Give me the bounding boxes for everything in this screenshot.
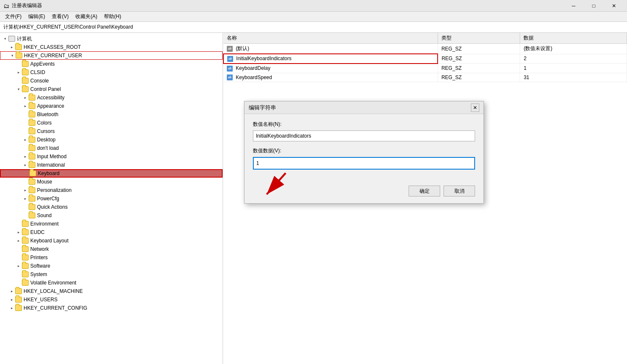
- expand-powercfg[interactable]: [22, 195, 29, 202]
- menu-edit[interactable]: 编辑(E): [25, 12, 48, 21]
- folder-icon-bluetooth: [29, 112, 35, 117]
- tree-item-appevents[interactable]: AppEvents: [0, 60, 223, 68]
- tree-item-hkcr[interactable]: HKEY_CLASSES_ROOT: [0, 43, 223, 51]
- tree-item-clsid[interactable]: CLSID: [0, 68, 223, 77]
- expand-eudc[interactable]: [15, 229, 22, 236]
- tree-item-console[interactable]: Console: [0, 77, 223, 85]
- tree-item-sound[interactable]: Sound: [0, 211, 223, 220]
- dialog-close-button[interactable]: ✕: [471, 104, 479, 112]
- tree-item-computer[interactable]: 计算机: [0, 35, 223, 43]
- tree-panel[interactable]: 计算机 HKEY_CLASSES_ROOT HKEY_CURRENT_USER …: [0, 33, 223, 364]
- expand-hkcr[interactable]: [8, 44, 15, 50]
- reg-type-icon: ab: [227, 56, 233, 62]
- tree-label-inputmethod: Input Method: [37, 154, 66, 159]
- row-name: ab KeyboardDelay: [223, 64, 438, 73]
- tree-item-cursors[interactable]: Cursors: [0, 127, 223, 136]
- folder-icon-hkcu: [16, 53, 22, 58]
- menu-file[interactable]: 文件(F): [2, 12, 25, 21]
- expand-clsid[interactable]: [15, 69, 22, 76]
- tree-item-hku[interactable]: HKEY_USERS: [0, 295, 223, 304]
- title-bar: 🗂 注册表编辑器 ─ □ ✕: [0, 0, 627, 12]
- expand-keyboardlayout[interactable]: [15, 237, 22, 244]
- tree-item-dontload[interactable]: don't load: [0, 144, 223, 152]
- tree-item-desktop[interactable]: Desktop: [0, 136, 223, 144]
- tree-label-system: System: [30, 271, 47, 277]
- row-data: 31: [520, 73, 627, 82]
- expand-controlpanel[interactable]: [15, 86, 22, 93]
- menu-favorites[interactable]: 收藏夹(A): [72, 12, 101, 21]
- tree-label-accessibility: Accessibility: [37, 95, 64, 101]
- tree-item-appearance[interactable]: Appearance: [0, 102, 223, 110]
- tree-item-environment[interactable]: Environment: [0, 220, 223, 228]
- folder-icon-personalization: [29, 187, 35, 193]
- tree-label-volatileenv: Volatile Environment: [30, 280, 76, 286]
- tree-item-colors[interactable]: Colors: [0, 119, 223, 127]
- col-type: 类型: [438, 33, 520, 44]
- folder-icon-inputmethod: [29, 154, 35, 159]
- tree-label-hklm: HKEY_LOCAL_MACHINE: [24, 288, 83, 294]
- tree-label-hkcu: HKEY_CURRENT_USER: [24, 53, 82, 58]
- data-label: 数值数据(V):: [253, 147, 475, 154]
- row-type: REG_SZ: [438, 73, 520, 82]
- tree-item-mouse[interactable]: Mouse: [0, 178, 223, 186]
- cancel-button[interactable]: 取消: [444, 186, 475, 197]
- tree-item-quickactions[interactable]: Quick Actions: [0, 203, 223, 211]
- tree-item-hklm[interactable]: HKEY_LOCAL_MACHINE: [0, 287, 223, 295]
- folder-icon-software: [22, 263, 29, 269]
- table-row[interactable]: ab KeyboardSpeed REG_SZ 31: [223, 73, 627, 82]
- address-path: 计算机\HKEY_CURRENT_USER\Control Panel\Keyb…: [3, 24, 133, 31]
- tree-label-hkcc: HKEY_CURRENT_CONFIG: [24, 305, 87, 311]
- expand-accessibility[interactable]: [22, 94, 29, 101]
- reg-type-icon: ab: [227, 46, 233, 52]
- dialog-title: 编辑字符串: [249, 104, 471, 112]
- tree-label-hku: HKEY_USERS: [24, 297, 58, 303]
- tree-item-keyboard[interactable]: Keyboard: [0, 169, 223, 178]
- tree-label-personalization: Personalization: [37, 187, 72, 193]
- expand-computer[interactable]: [2, 35, 8, 42]
- tree-item-software[interactable]: Software: [0, 262, 223, 270]
- table-row[interactable]: ab InitialKeyboardIndicators REG_SZ 2: [223, 54, 627, 64]
- menu-help[interactable]: 帮助(H): [101, 12, 125, 21]
- app-icon: 🗂: [3, 3, 9, 9]
- expand-desktop[interactable]: [22, 136, 29, 143]
- maximize-button[interactable]: □: [584, 1, 603, 11]
- menu-view[interactable]: 查看(V): [48, 12, 72, 21]
- tree-item-powercfg[interactable]: PowerCfg: [0, 194, 223, 203]
- window-title: 注册表编辑器: [12, 2, 42, 9]
- expand-hkcc[interactable]: [8, 305, 15, 311]
- name-input[interactable]: [253, 130, 475, 141]
- tree-item-bluetooth[interactable]: Bluetooth: [0, 110, 223, 119]
- expand-personalization[interactable]: [22, 187, 29, 194]
- expand-international[interactable]: [22, 162, 29, 168]
- tree-item-volatileenv[interactable]: Volatile Environment: [0, 279, 223, 287]
- tree-label-appearance: Appearance: [37, 103, 64, 109]
- ok-button[interactable]: 确定: [409, 186, 440, 197]
- folder-icon-volatileenv: [22, 280, 29, 286]
- expand-hku[interactable]: [8, 296, 15, 303]
- expand-inputmethod[interactable]: [22, 153, 29, 160]
- data-input[interactable]: [253, 157, 475, 170]
- tree-item-eudc[interactable]: EUDC: [0, 228, 223, 236]
- tree-item-printers[interactable]: Printers: [0, 253, 223, 262]
- minimize-button[interactable]: ─: [564, 1, 583, 11]
- folder-icon-network: [22, 246, 29, 252]
- expand-hkcu[interactable]: [9, 52, 16, 59]
- tree-label-quickactions: Quick Actions: [37, 204, 68, 210]
- expand-software[interactable]: [15, 263, 22, 269]
- tree-item-hkcu[interactable]: HKEY_CURRENT_USER: [0, 51, 223, 60]
- tree-item-accessibility[interactable]: Accessibility: [0, 93, 223, 102]
- table-row[interactable]: ab (默认) REG_SZ (数值未设置): [223, 44, 627, 54]
- tree-item-keyboardlayout[interactable]: Keyboard Layout: [0, 236, 223, 245]
- tree-item-international[interactable]: International: [0, 161, 223, 169]
- table-row[interactable]: ab KeyboardDelay REG_SZ 1: [223, 64, 627, 73]
- expand-appearance[interactable]: [22, 103, 29, 109]
- tree-item-inputmethod[interactable]: Input Method: [0, 152, 223, 161]
- dialog-footer: 确定 取消: [244, 182, 484, 203]
- expand-hklm[interactable]: [8, 288, 15, 295]
- tree-item-hkcc[interactable]: HKEY_CURRENT_CONFIG: [0, 304, 223, 312]
- close-button[interactable]: ✕: [604, 1, 624, 11]
- tree-item-system[interactable]: System: [0, 270, 223, 279]
- tree-item-network[interactable]: Network: [0, 245, 223, 253]
- tree-item-controlpanel[interactable]: Control Panel: [0, 85, 223, 93]
- tree-item-personalization[interactable]: Personalization: [0, 186, 223, 194]
